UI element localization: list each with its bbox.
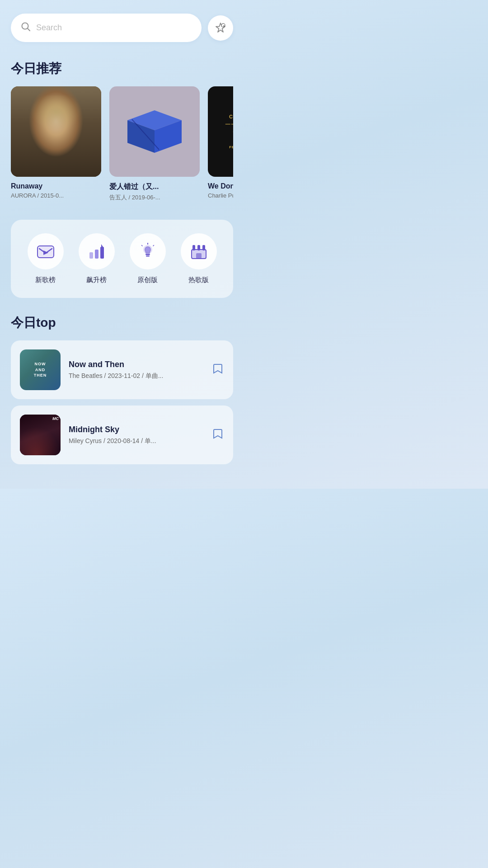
track-cover-now-and-then: NOWANDTHEN: [20, 349, 61, 390]
main-page: Search ✦ 今日推荐 Runaway AURORA / 2015-0...: [0, 0, 244, 464]
track-title-now-and-then: Now and Then: [69, 360, 203, 369]
chart-label-rising: 飙升榜: [86, 276, 107, 284]
album-card-charlie[interactable]: CHARLIE PUTH——WE DON'T————TALK——ANYMOREF…: [208, 86, 233, 202]
search-bar[interactable]: Search: [11, 14, 202, 42]
chart-icon-hot-wrap: [181, 233, 217, 269]
track-info-midnight-sky: Midnight Sky Miley Cyrus / 2020-08-14 / …: [69, 425, 203, 445]
album-card-airen[interactable]: 爱人错过（又... 告五人 / 2019-06-...: [109, 86, 200, 202]
svg-line-19: [153, 245, 154, 246]
chart-item-rising[interactable]: 飙升榜: [79, 233, 115, 284]
album-title-charlie: We Don't T: [208, 182, 233, 190]
chart-item-new-songs[interactable]: 新歌榜: [28, 233, 64, 284]
svg-rect-24: [202, 245, 205, 250]
featured-album-list: Runaway AURORA / 2015-0...: [11, 86, 233, 203]
svg-rect-15: [145, 254, 150, 255]
chart-section: 新歌榜 飙升榜: [11, 220, 233, 298]
chart-icon-new-songs-wrap: [28, 233, 64, 269]
track-cover-midnight-sky: MC: [20, 415, 61, 455]
svg-rect-12: [95, 250, 99, 259]
chart-item-original[interactable]: 原创版: [130, 233, 166, 284]
svg-rect-13: [100, 247, 104, 259]
svg-rect-16: [146, 255, 150, 257]
search-placeholder: Search: [36, 23, 62, 33]
blue-box-cover: [109, 86, 200, 177]
chart-icon-rising-wrap: [79, 233, 115, 269]
album-subtitle-charlie: Charlie Puth: [208, 192, 233, 199]
bookmark-icon-midnight-sky[interactable]: [211, 428, 224, 442]
chart-item-hot[interactable]: 热歌版: [181, 233, 217, 284]
svg-rect-23: [197, 245, 200, 250]
charlie-cover: CHARLIE PUTH——WE DON'T————TALK——ANYMOREF…: [208, 86, 233, 177]
svg-line-1: [28, 28, 30, 31]
album-title-runaway: Runaway: [11, 182, 101, 190]
track-meta-midnight-sky: Miley Cyrus / 2020-08-14 / 单...: [69, 437, 203, 445]
chart-label-new-songs: 新歌榜: [35, 276, 56, 284]
star-button[interactable]: ✦: [208, 15, 233, 41]
new-songs-icon: [35, 241, 56, 262]
album-subtitle-runaway: AURORA / 2015-0...: [11, 192, 101, 199]
svg-rect-25: [196, 253, 202, 259]
aurora-cover: [11, 86, 101, 177]
search-row: Search ✦: [11, 14, 233, 42]
album-subtitle-airen: 告五人 / 2019-06-...: [109, 193, 200, 202]
hot-icon: [188, 241, 210, 262]
chart-label-hot: 热歌版: [188, 276, 209, 284]
svg-rect-11: [89, 252, 93, 259]
recommended-title: 今日推荐: [11, 60, 233, 77]
track-info-now-and-then: Now and Then The Beatles / 2023-11-02 / …: [69, 360, 203, 380]
today-top-title: 今日top: [11, 314, 233, 331]
svg-line-18: [141, 245, 142, 246]
album-title-airen: 爱人错过（又...: [109, 182, 200, 192]
original-icon: [137, 241, 159, 262]
track-card-now-and-then[interactable]: NOWANDTHEN Now and Then The Beatles / 20…: [11, 340, 233, 399]
bookmark-icon-now-and-then[interactable]: [211, 363, 224, 377]
blue-cube-svg: [123, 107, 186, 156]
chart-label-original: 原创版: [137, 276, 158, 284]
search-icon: [21, 22, 31, 34]
rising-icon: [86, 241, 108, 262]
svg-text:✦: ✦: [223, 24, 225, 27]
album-card-runaway[interactable]: Runaway AURORA / 2015-0...: [11, 86, 101, 202]
svg-rect-22: [192, 245, 195, 250]
track-meta-now-and-then: The Beatles / 2023-11-02 / 单曲...: [69, 372, 203, 380]
track-card-midnight-sky[interactable]: MC Midnight Sky Miley Cyrus / 2020-08-14…: [11, 406, 233, 464]
track-title-midnight-sky: Midnight Sky: [69, 425, 203, 434]
chart-icon-original-wrap: [130, 233, 166, 269]
